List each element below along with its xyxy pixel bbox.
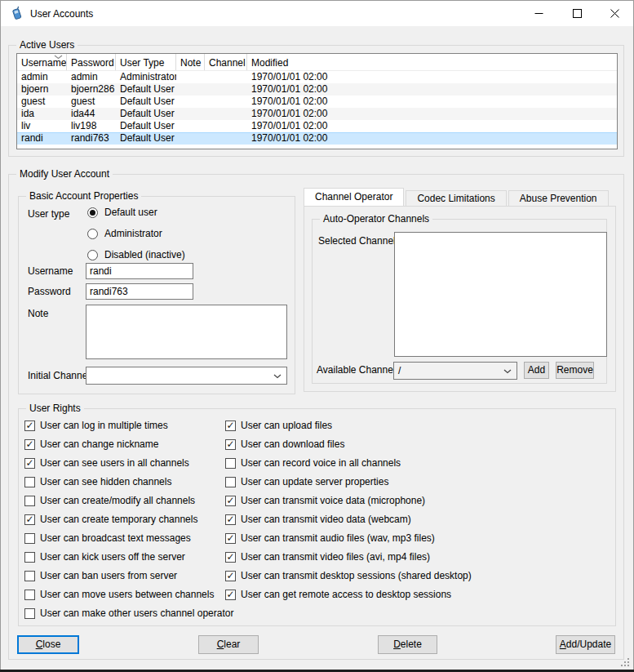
checkbox[interactable] bbox=[225, 590, 236, 600]
chevron-down-icon bbox=[503, 369, 512, 374]
column-header-user-type[interactable]: User Type bbox=[116, 54, 176, 70]
user-row-bjoern[interactable]: bjoernbjoern286Default User1970/01/01 02… bbox=[17, 83, 617, 96]
cell: 1970/01/01 02:00 bbox=[247, 120, 617, 132]
checkbox-label[interactable]: User can transmit audio files (wav, mp3 … bbox=[241, 532, 435, 545]
right-user-can-record-voice-in-all-channels: User can record voice in all channels bbox=[225, 457, 503, 470]
checkbox-label[interactable]: User can transmit video files (avi, mp4 … bbox=[241, 551, 430, 563]
available-channels-combobox[interactable]: / bbox=[393, 362, 517, 380]
right-user-can-update-server-properties: User can update server properties bbox=[225, 476, 503, 489]
radio-administrator[interactable] bbox=[87, 229, 98, 239]
checkbox-label[interactable]: User can see users in all channels bbox=[40, 457, 189, 470]
initial-channel-combobox[interactable] bbox=[86, 367, 287, 385]
available-channels-value: / bbox=[398, 365, 401, 377]
column-header-channel[interactable]: Channel bbox=[205, 54, 247, 70]
cell bbox=[205, 71, 247, 83]
radio-disabled-inactive[interactable] bbox=[87, 250, 98, 260]
checkbox[interactable] bbox=[24, 477, 35, 487]
right-user-can-kick-users-off-the-server: User can kick users off the server bbox=[24, 551, 222, 564]
right-user-can-make-other-users-channel-operator: User can make other users channel operat… bbox=[24, 607, 222, 621]
checkbox[interactable] bbox=[225, 421, 236, 431]
column-header-note[interactable]: Note bbox=[176, 54, 205, 70]
maximize-icon bbox=[573, 9, 582, 18]
checkbox-label[interactable]: User can create temporary channels bbox=[40, 514, 197, 526]
checkbox-label[interactable]: User can see hidden channels bbox=[40, 476, 171, 488]
checkbox-label[interactable]: User can ban users from server bbox=[40, 570, 177, 582]
tab-channel-operator[interactable]: Channel Operator bbox=[304, 188, 404, 206]
active-users-table[interactable]: UsernamePasswordUser TypeNoteChannelModi… bbox=[16, 53, 618, 149]
cell bbox=[205, 83, 247, 96]
cell bbox=[176, 132, 205, 145]
username-input[interactable] bbox=[86, 263, 193, 279]
checkbox-label[interactable]: User can download files bbox=[241, 438, 344, 451]
username-label: Username bbox=[28, 265, 73, 278]
checkbox[interactable] bbox=[225, 533, 236, 544]
checkbox-label[interactable]: User can create/modify all channels bbox=[40, 495, 195, 507]
minimize-button[interactable] bbox=[525, 1, 552, 26]
checkbox-label[interactable]: User can make other users channel operat… bbox=[40, 607, 233, 620]
column-header-password[interactable]: Password bbox=[67, 54, 116, 70]
resize-grip[interactable] bbox=[621, 658, 631, 668]
user-row-randi[interactable]: randirandi763Default User1970/01/01 02:0… bbox=[17, 132, 617, 145]
checkbox-label[interactable]: User can broadcast text messages bbox=[40, 532, 191, 545]
checkbox[interactable] bbox=[24, 439, 35, 450]
cell: Default User bbox=[116, 120, 176, 132]
tab-codec-limitations[interactable]: Codec Limitations bbox=[406, 190, 506, 206]
checkbox-label[interactable]: User can log in multiple times bbox=[40, 420, 168, 432]
remove-button[interactable]: Remove bbox=[556, 362, 594, 379]
checkbox[interactable] bbox=[225, 477, 236, 487]
radio-label[interactable]: Default user bbox=[104, 207, 157, 218]
close-window-button[interactable] bbox=[601, 1, 628, 26]
checkbox-label[interactable]: User can get remote access to desktop se… bbox=[241, 589, 451, 601]
note-textarea[interactable] bbox=[86, 305, 287, 359]
user-row-ida[interactable]: idaida44Default User1970/01/01 02:00 bbox=[17, 108, 617, 120]
checkbox-label[interactable]: User can move users between channels bbox=[40, 589, 214, 601]
checkbox[interactable] bbox=[24, 590, 35, 600]
user-row-admin[interactable]: adminadminAdministrator1970/01/01 02:00 bbox=[17, 71, 617, 83]
checkbox[interactable] bbox=[24, 458, 35, 469]
checkbox-label[interactable]: User can transmit voice data (microphone… bbox=[241, 495, 425, 507]
cell: guest bbox=[17, 96, 67, 108]
checkbox[interactable] bbox=[24, 533, 35, 544]
checkbox[interactable] bbox=[225, 458, 236, 469]
radio-label[interactable]: Disabled (inactive) bbox=[104, 249, 185, 260]
checkbox[interactable] bbox=[24, 514, 35, 525]
maximize-button[interactable] bbox=[563, 1, 591, 26]
checkbox[interactable] bbox=[24, 496, 35, 506]
checkbox[interactable] bbox=[225, 496, 236, 506]
active-users-group-label: Active Users bbox=[16, 39, 78, 51]
add-button[interactable]: Add bbox=[524, 362, 549, 379]
checkbox-label[interactable]: User can record voice in all channels bbox=[241, 457, 401, 470]
radio-label[interactable]: Administrator bbox=[104, 228, 162, 239]
checkbox[interactable] bbox=[24, 421, 35, 431]
checkbox-label[interactable]: User can kick users off the server bbox=[40, 551, 185, 563]
checkbox[interactable] bbox=[225, 439, 236, 450]
checkbox-label[interactable]: User can update server properties bbox=[241, 476, 388, 488]
cell: Default User bbox=[116, 132, 176, 145]
checkbox[interactable] bbox=[24, 608, 35, 619]
add-update-button[interactable]: Add/Update bbox=[556, 635, 615, 654]
app-icon bbox=[10, 7, 24, 20]
initial-channel-label: Initial Channel bbox=[28, 370, 90, 382]
user-row-guest[interactable]: guestguestDefault User1970/01/01 02:00 bbox=[17, 96, 617, 108]
checkbox[interactable] bbox=[225, 552, 236, 563]
checkbox[interactable] bbox=[24, 571, 35, 581]
delete-button[interactable]: Delete bbox=[378, 635, 437, 654]
checkbox-label[interactable]: User can transmit video data (webcam) bbox=[241, 514, 411, 526]
cell: liv198 bbox=[67, 120, 116, 132]
checkbox[interactable] bbox=[225, 571, 236, 581]
radio-default-user[interactable] bbox=[87, 207, 98, 218]
user-row-liv[interactable]: livliv198Default User1970/01/01 02:00 bbox=[17, 120, 617, 132]
checkbox-label[interactable]: User can transmit desktop sessions (shar… bbox=[241, 570, 472, 582]
password-input[interactable] bbox=[86, 283, 193, 300]
column-header-modified[interactable]: Modified bbox=[247, 54, 617, 70]
close-button[interactable]: Close bbox=[17, 635, 79, 654]
clear-button[interactable]: Clear bbox=[198, 635, 259, 654]
checkbox[interactable] bbox=[225, 514, 236, 525]
titlebar[interactable]: User Accounts bbox=[1, 1, 633, 26]
selected-channels-listbox[interactable] bbox=[394, 232, 607, 357]
checkbox[interactable] bbox=[24, 552, 35, 563]
checkbox-label[interactable]: User can change nickname bbox=[40, 438, 158, 451]
checkbox-label[interactable]: User can upload files bbox=[241, 420, 332, 432]
cell: 1970/01/01 02:00 bbox=[247, 83, 617, 96]
tab-abuse-prevention[interactable]: Abuse Prevention bbox=[508, 190, 609, 206]
